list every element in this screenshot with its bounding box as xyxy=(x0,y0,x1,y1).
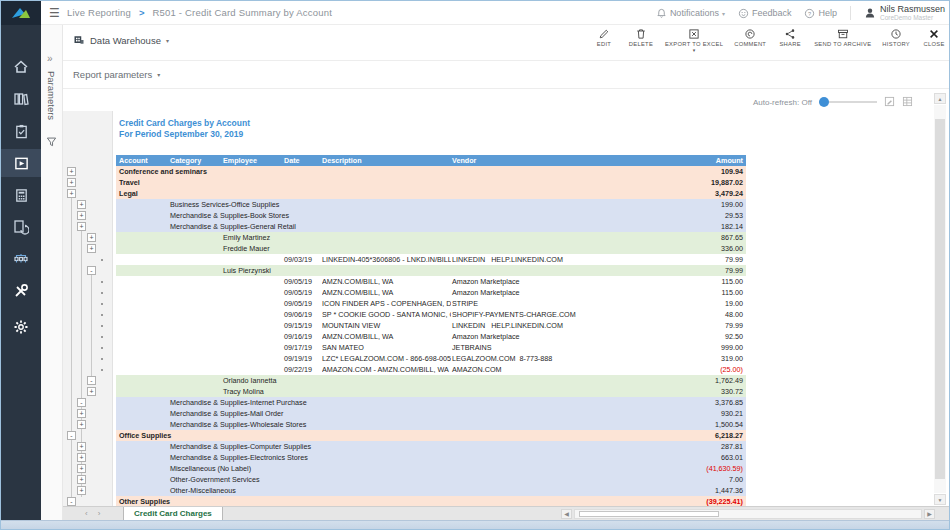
close-button[interactable]: CLOSE xyxy=(921,28,947,52)
outline-expand-button[interactable]: + xyxy=(77,420,86,429)
sidebar-item-calculator[interactable] xyxy=(1,181,41,209)
table-row[interactable]: Legal3,479.24 xyxy=(116,188,746,199)
sidebar-item-data-sync[interactable] xyxy=(1,213,41,241)
table-row[interactable]: Emily Martinez867.65 xyxy=(116,232,746,243)
outline-expand-button[interactable]: + xyxy=(77,211,86,220)
column-header[interactable]: Employee xyxy=(223,155,257,166)
help-button[interactable]: ? Help xyxy=(804,8,837,19)
vscroll-thumb[interactable] xyxy=(935,119,945,479)
table-row[interactable]: Merchandise & Supplies-Wholesale Stores1… xyxy=(116,419,746,430)
table-row[interactable]: 09/17/19SAN MATEOJETBRAINS999.00 xyxy=(116,342,746,353)
outline-expand-button[interactable]: + xyxy=(87,233,96,242)
table-row[interactable]: Office Supplies6,218.27 xyxy=(116,430,746,441)
outline-collapse-button[interactable]: - xyxy=(77,398,86,407)
outline-expand-button[interactable]: + xyxy=(77,464,86,473)
user-menu[interactable]: Nils Rasmussen CoreDemo Master xyxy=(864,5,945,22)
outline-expand-button[interactable]: + xyxy=(67,167,76,176)
share-button[interactable]: SHARE xyxy=(777,28,803,52)
notifications-button[interactable]: Notifications ▾ xyxy=(656,8,725,19)
table-row[interactable]: 09/05/19ICON FINDER APS - COPENHAGEN, DK… xyxy=(116,298,746,309)
sheet-nav-arrows[interactable]: ‹› xyxy=(85,509,110,518)
sidebar-item-home[interactable] xyxy=(1,53,41,81)
table-row[interactable]: Merchandise & Supplies-General Retail182… xyxy=(116,221,746,232)
send-to-archive-button[interactable]: SEND TO ARCHIVE xyxy=(814,28,871,52)
table-row[interactable]: Miscellaneous (No Label)(41,630.59) xyxy=(116,463,746,474)
table-row[interactable]: 09/03/19LINKEDIN-405*3606806 - LNKD.IN/B… xyxy=(116,254,746,265)
table-row[interactable]: Orlando Iannetta1,762.49 xyxy=(116,375,746,386)
outline-collapse-button[interactable]: - xyxy=(87,266,96,275)
sidebar-item-tools[interactable] xyxy=(1,277,41,305)
outline-expand-button[interactable]: + xyxy=(77,200,86,209)
horizontal-scrollbar[interactable]: ◀ ▶ xyxy=(561,509,937,519)
comment-button[interactable]: COMMENT xyxy=(734,28,766,52)
outline-collapse-button[interactable]: - xyxy=(67,497,76,506)
table-row[interactable]: 09/06/19SP * COOKIE GOOD - SANTA MONIC, … xyxy=(116,309,746,320)
column-header[interactable]: Vendor xyxy=(452,155,476,166)
edit-button[interactable]: EDIT xyxy=(591,28,617,52)
slider-knob[interactable] xyxy=(819,97,829,107)
table-row[interactable]: Other-Government Services7.00 xyxy=(116,474,746,485)
filter-icon[interactable] xyxy=(46,133,57,151)
report-parameters-dropdown[interactable]: Report parameters ▾ xyxy=(73,69,160,80)
delete-button[interactable]: DELETE xyxy=(628,28,654,52)
scroll-up-button[interactable]: ▲ xyxy=(934,93,946,104)
feedback-button[interactable]: Feedback xyxy=(738,8,792,19)
outline-expand-button[interactable]: + xyxy=(87,387,96,396)
table-row[interactable]: Merchandise & Supplies-Computer Supplies… xyxy=(116,441,746,452)
edit-view-icon[interactable] xyxy=(884,93,895,111)
table-row[interactable]: 09/05/19AMZN.COM/BILL, WAAmazon Marketpl… xyxy=(116,287,746,298)
sidebar-item-workflow[interactable] xyxy=(1,245,41,273)
datasource-dropdown[interactable]: Data Warehouse ▾ xyxy=(73,34,169,46)
sidebar-item-settings[interactable] xyxy=(1,313,41,341)
outline-expand-button[interactable]: + xyxy=(77,442,86,451)
chevron-down-icon[interactable]: ▾ xyxy=(693,48,696,52)
table-row[interactable]: Merchandise & Supplies-Book Stores29.53 xyxy=(116,210,746,221)
vertical-scrollbar[interactable]: ▲ ▼ xyxy=(934,93,946,505)
table-row[interactable]: 09/05/19AMZN.COM/BILL, WAAmazon Marketpl… xyxy=(116,276,746,287)
table-row[interactable]: Merchandise & Supplies-Internet Purchase… xyxy=(116,397,746,408)
scroll-left-button[interactable]: ◀ xyxy=(561,509,572,519)
table-row[interactable]: Other Supplies(39,225.41) xyxy=(116,496,746,506)
table-row[interactable]: Freddie Mauer336.00 xyxy=(116,243,746,254)
table-row[interactable]: Luis Pierzynski79.99 xyxy=(116,265,746,276)
hscroll-thumb[interactable] xyxy=(579,511,719,517)
outline-expand-button[interactable]: + xyxy=(67,189,76,198)
table-row[interactable]: Tracy Molina330.72 xyxy=(116,386,746,397)
column-header[interactable]: Date xyxy=(284,155,300,166)
outline-expand-button[interactable]: + xyxy=(87,244,96,253)
table-row[interactable]: Business Services-Office Supplies199.00 xyxy=(116,199,746,210)
table-row[interactable]: Merchandise & Supplies-Mail Order930.21 xyxy=(116,408,746,419)
menu-icon[interactable]: ☰ xyxy=(49,6,60,20)
sidebar-item-reports[interactable] xyxy=(1,149,41,177)
outline-collapse-button[interactable]: - xyxy=(67,431,76,440)
outline-expand-button[interactable]: + xyxy=(77,222,86,231)
outline-collapse-button[interactable]: - xyxy=(87,376,96,385)
expand-panel-icon[interactable]: » xyxy=(47,53,53,64)
table-row[interactable]: 09/15/19MOUNTAIN VIEWLINKEDIN HELP.LINKE… xyxy=(116,320,746,331)
column-header[interactable]: Description xyxy=(322,155,362,166)
export-to-excel-button[interactable]: EXPORT TO EXCEL ▾ xyxy=(665,28,723,52)
hscroll-track[interactable] xyxy=(574,509,922,519)
table-row[interactable]: 09/22/19AMAZON.COM - AMZN.COM/BILL, WAAM… xyxy=(116,364,746,375)
table-row[interactable]: Travel19,887.02 xyxy=(116,177,746,188)
sheet-tab-active[interactable]: Credit Card Charges xyxy=(123,507,223,521)
outline-expand-button[interactable]: + xyxy=(67,178,76,187)
history-button[interactable]: HISTORY xyxy=(882,28,910,52)
outline-expand-button[interactable]: + xyxy=(77,453,86,462)
vscroll-track[interactable] xyxy=(934,105,946,493)
outline-expand-button[interactable]: + xyxy=(77,475,86,484)
column-header[interactable]: Amount xyxy=(716,155,743,166)
table-row[interactable]: Other-Miscellaneous1,447.36 xyxy=(116,485,746,496)
column-header[interactable]: Category xyxy=(170,155,201,166)
outline-expand-button[interactable]: + xyxy=(77,486,86,495)
sidebar-item-tasks[interactable] xyxy=(1,117,41,145)
scroll-down-button[interactable]: ▼ xyxy=(934,494,946,505)
scroll-right-button[interactable]: ▶ xyxy=(924,509,935,519)
app-logo[interactable] xyxy=(1,1,41,25)
table-row[interactable]: Merchandise & Supplies-Electronics Store… xyxy=(116,452,746,463)
outline-expand-button[interactable]: + xyxy=(77,409,86,418)
table-row[interactable]: 09/19/19LZC* LEGALZOOM.COM - 866-698-005… xyxy=(116,353,746,364)
table-row[interactable]: Conference and seminars109.94 xyxy=(116,166,746,177)
table-row[interactable]: 09/16/19AMZN.COM/BILL, WAAmazon Marketpl… xyxy=(116,331,746,342)
column-header[interactable]: Account xyxy=(119,155,148,166)
